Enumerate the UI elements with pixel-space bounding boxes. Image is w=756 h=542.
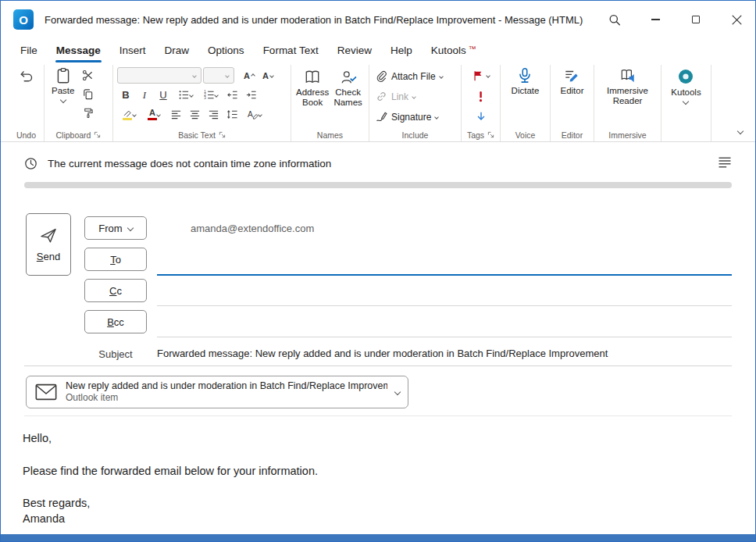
grow-font-arrow bbox=[251, 73, 255, 78]
paste-button[interactable]: Paste bbox=[48, 65, 77, 128]
bullets-button[interactable] bbox=[173, 87, 197, 103]
microphone-icon bbox=[516, 67, 533, 84]
format-painter-button[interactable] bbox=[79, 105, 96, 121]
subject-value[interactable]: Forwarded message: New reply added and i… bbox=[157, 348, 608, 359]
check-names-button[interactable]: Check Names bbox=[331, 66, 365, 128]
clipboard-dialog-launcher[interactable] bbox=[94, 131, 101, 138]
scissors-icon bbox=[82, 70, 94, 81]
dictate-button[interactable]: Dictate bbox=[508, 65, 543, 128]
signature-icon bbox=[376, 111, 387, 123]
shrink-font-button[interactable]: A bbox=[259, 67, 276, 84]
font-color-chevron bbox=[156, 112, 161, 117]
signature-button[interactable]: Signature bbox=[373, 107, 457, 127]
follow-up-flag-button[interactable] bbox=[472, 66, 490, 85]
decrease-indent-button[interactable] bbox=[223, 87, 241, 103]
attach-file-button[interactable]: Attach File bbox=[373, 66, 457, 86]
bold-button[interactable]: B bbox=[117, 87, 134, 103]
subject-field[interactable] bbox=[24, 365, 732, 366]
message-body-editor[interactable]: Hello, Please find the forwarded email b… bbox=[23, 430, 318, 526]
ribbon-tab-bar: File Message Insert Draw Options Format … bbox=[1, 38, 755, 62]
clear-formatting-icon: A bbox=[247, 109, 259, 120]
increase-indent-button[interactable] bbox=[242, 87, 259, 103]
address-book-button[interactable]: Address Book bbox=[295, 66, 330, 128]
decrease-indent-icon bbox=[226, 89, 238, 101]
font-size-select[interactable] bbox=[203, 67, 234, 84]
undo-group-label: Undo bbox=[16, 130, 36, 140]
attached-outlook-item[interactable]: New reply added and is under moderation … bbox=[26, 376, 408, 408]
link-button[interactable]: Link bbox=[373, 87, 457, 106]
low-importance-button[interactable] bbox=[476, 107, 487, 126]
tab-message[interactable]: Message bbox=[48, 41, 109, 60]
font-size-chevron bbox=[225, 73, 230, 78]
outlook-message-window: O Forwarded message: New reply added and… bbox=[0, 0, 756, 542]
italic-button[interactable]: I bbox=[136, 87, 153, 103]
maximize-button[interactable] bbox=[690, 13, 702, 26]
tab-file[interactable]: File bbox=[12, 41, 46, 60]
from-button[interactable]: From bbox=[84, 216, 147, 240]
bcc-label: Bcc bbox=[107, 316, 124, 328]
copy-button[interactable] bbox=[79, 86, 96, 102]
attachment-dropdown-chevron[interactable] bbox=[394, 389, 401, 395]
to-button[interactable]: To bbox=[84, 248, 147, 271]
attachment-title: New reply added and is under moderation … bbox=[66, 380, 387, 392]
paste-label: Paste bbox=[52, 86, 74, 96]
format-painter-icon bbox=[82, 107, 94, 119]
font-family-select[interactable] bbox=[117, 67, 201, 84]
basic-text-dialog-launcher[interactable] bbox=[219, 131, 226, 138]
tab-draw[interactable]: Draw bbox=[156, 41, 198, 60]
font-family-chevron bbox=[192, 73, 197, 78]
cc-button[interactable]: Cc bbox=[84, 279, 147, 302]
highlight-button[interactable] bbox=[117, 106, 141, 123]
window-title: Forwarded message: New reply added and i… bbox=[45, 14, 583, 26]
align-left-button[interactable] bbox=[167, 106, 184, 123]
minimize-button[interactable] bbox=[649, 13, 662, 26]
close-button[interactable] bbox=[730, 13, 743, 26]
tab-options[interactable]: Options bbox=[199, 41, 253, 60]
numbering-button[interactable]: 123 bbox=[198, 87, 222, 103]
font-color-button[interactable]: A bbox=[142, 106, 166, 123]
address-book-label: Address Book bbox=[296, 87, 329, 108]
kutools-label: Kutools bbox=[671, 87, 701, 98]
align-right-icon bbox=[208, 109, 219, 120]
paste-clipboard-icon bbox=[55, 67, 72, 84]
editor-button[interactable]: Editor bbox=[557, 65, 587, 128]
cut-button[interactable] bbox=[79, 67, 96, 84]
ribbon-group-kutools: Kutools bbox=[662, 65, 711, 141]
ribbon-group-basic-text: A A B I U 123 bbox=[113, 65, 291, 141]
tab-review[interactable]: Review bbox=[329, 41, 380, 60]
grow-font-button[interactable]: A bbox=[241, 67, 258, 84]
bold-icon: B bbox=[122, 89, 129, 101]
kutools-button[interactable]: Kutools bbox=[668, 65, 704, 128]
tab-insert[interactable]: Insert bbox=[111, 41, 155, 60]
info-bar-menu-icon[interactable] bbox=[718, 156, 732, 171]
names-group-label: Names bbox=[317, 130, 343, 140]
line-spacing-button[interactable] bbox=[223, 106, 241, 123]
to-field[interactable] bbox=[157, 274, 732, 276]
flag-icon bbox=[472, 70, 483, 81]
tab-kutools[interactable]: Kutools™ bbox=[423, 41, 485, 60]
align-right-button[interactable] bbox=[205, 106, 222, 123]
kutools-icon bbox=[676, 67, 695, 86]
tab-format-text[interactable]: Format Text bbox=[255, 41, 327, 60]
line-spacing-icon bbox=[226, 109, 238, 120]
underline-button[interactable]: U bbox=[155, 87, 172, 103]
info-bar: The current message does not contain tim… bbox=[1, 142, 755, 188]
bcc-field[interactable] bbox=[157, 337, 732, 337]
horizontal-scrollbar[interactable] bbox=[24, 182, 732, 188]
send-button[interactable]: Send bbox=[26, 213, 71, 276]
shrink-font-icon: A bbox=[262, 71, 269, 80]
tab-help[interactable]: Help bbox=[382, 41, 421, 60]
grow-font-icon: A bbox=[244, 71, 250, 80]
immersive-reader-icon bbox=[619, 67, 637, 84]
align-center-button[interactable] bbox=[186, 106, 203, 123]
undo-button[interactable] bbox=[18, 68, 35, 84]
numbered-list-icon: 123 bbox=[203, 89, 215, 101]
high-importance-button[interactable] bbox=[476, 87, 486, 105]
immersive-reader-button[interactable]: Immersive Reader bbox=[599, 65, 657, 128]
search-icon[interactable] bbox=[608, 13, 621, 26]
ribbon: Undo Paste bbox=[1, 62, 755, 142]
tags-dialog-launcher[interactable] bbox=[487, 131, 494, 138]
bcc-button[interactable]: Bcc bbox=[84, 310, 147, 333]
cc-field[interactable] bbox=[157, 305, 732, 306]
clear-formatting-button[interactable]: A bbox=[242, 106, 266, 123]
